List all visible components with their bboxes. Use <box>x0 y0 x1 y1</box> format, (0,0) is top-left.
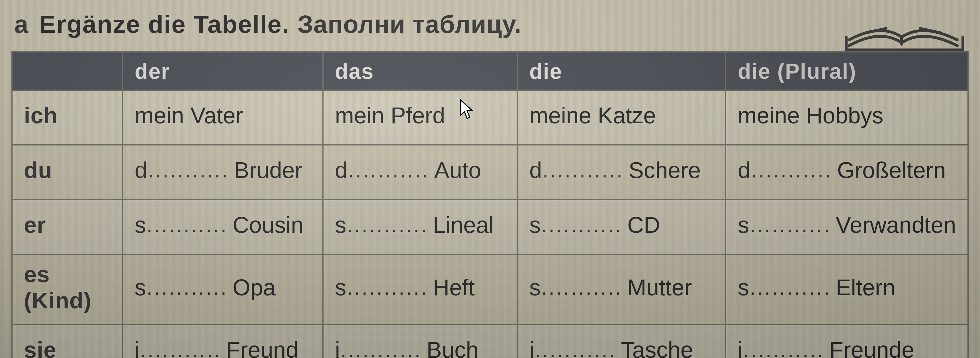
cell-inner: s...........Heft <box>335 275 506 300</box>
leading-letter: d <box>135 157 148 184</box>
filled-text: meine Katze <box>530 102 656 129</box>
noun-text: Verwandten <box>835 212 956 238</box>
filled-text: mein Vater <box>135 102 243 129</box>
row-pronoun: du <box>12 145 123 200</box>
possessive-cell[interactable]: s...........Eltern <box>725 254 968 324</box>
noun-text: Auto <box>434 157 481 184</box>
cell-inner: meine Katze <box>530 102 714 129</box>
leading-letter: s <box>530 212 541 238</box>
blank-dots[interactable]: ........... <box>347 276 428 299</box>
blank-dots[interactable]: ........... <box>749 213 831 237</box>
row-pronoun: er <box>12 200 123 254</box>
leading-letter: s <box>335 275 346 300</box>
blank-dots[interactable]: ........... <box>749 276 831 299</box>
possessive-cell[interactable]: s...........Heft <box>323 254 517 324</box>
noun-text: Mutter <box>627 275 692 300</box>
table-row: ichmein Vatermein Pferdmeine Katzemeine … <box>12 90 968 145</box>
leading-letter: s <box>335 212 346 238</box>
leading-letter: s <box>738 275 749 300</box>
blank-dots[interactable]: ........... <box>348 158 430 182</box>
cell-inner: mein Pferd <box>335 102 506 129</box>
worksheet-page: a Ergänze die Tabelle. Заполни таблицу. … <box>0 0 980 358</box>
leading-letter: d <box>530 157 542 184</box>
noun-text: Freund <box>226 337 299 358</box>
exercise-label: a <box>14 10 28 39</box>
noun-text: Lineal <box>433 212 494 238</box>
leading-letter: i <box>530 337 535 358</box>
blank-dots[interactable]: ........... <box>340 338 422 358</box>
possessive-cell[interactable]: s...........Mutter <box>517 254 726 324</box>
table-row: es (Kind)s...........Opas...........Heft… <box>12 254 968 324</box>
leading-letter: i <box>335 337 340 358</box>
filled-text: meine Hobbys <box>738 102 883 129</box>
noun-text: Schere <box>628 157 701 184</box>
cell-inner: i...........Tasche <box>530 337 714 358</box>
possessive-cell[interactable]: d...........Schere <box>517 145 726 200</box>
cell-inner: d...........Schere <box>530 157 714 184</box>
exercise-title-row: a Ergänze die Tabelle. Заполни таблицу. <box>14 3 872 46</box>
possessive-cell[interactable]: d...........Großeltern <box>725 145 968 200</box>
exercise-title-ru: Заполни таблицу. <box>298 10 521 39</box>
noun-text: Freunde <box>829 337 914 358</box>
cell-inner: s...........CD <box>530 212 714 238</box>
cell-inner: s...........Verwandten <box>738 212 956 238</box>
blank-dots[interactable]: ........... <box>542 158 624 182</box>
cell-inner: s...........Mutter <box>530 275 714 300</box>
possessive-cell[interactable]: s...........Lineal <box>323 200 517 254</box>
blank-dots[interactable]: ........... <box>541 276 623 299</box>
header-corner <box>12 52 123 90</box>
possessive-cell[interactable]: d...........Bruder <box>123 145 323 200</box>
noun-text: CD <box>627 212 660 238</box>
possessive-cell[interactable]: mein Vater <box>123 90 323 145</box>
noun-text: Opa <box>233 275 276 300</box>
cell-inner: s...........Eltern <box>738 275 956 300</box>
noun-text: Eltern <box>835 275 895 300</box>
noun-text: Tasche <box>621 337 693 358</box>
possessive-cell[interactable]: meine Katze <box>517 90 726 145</box>
table-row: dud...........Bruderd...........Autod...… <box>12 145 968 200</box>
cell-inner: d...........Auto <box>335 157 506 184</box>
blank-dots[interactable]: ........... <box>147 213 228 237</box>
possessive-cell[interactable]: mein Pferd <box>323 90 517 145</box>
blank-dots[interactable]: ........... <box>535 338 616 358</box>
blank-dots[interactable]: ........... <box>751 158 832 182</box>
row-pronoun: es (Kind) <box>12 254 123 324</box>
row-pronoun: ich <box>12 90 123 145</box>
possessive-cell[interactable]: i...........Buch <box>323 324 517 358</box>
noun-text: Bruder <box>234 157 302 184</box>
possessive-cell[interactable]: i...........Freunde <box>725 324 968 358</box>
possessive-cell[interactable]: s...........Verwandten <box>725 200 968 254</box>
cell-inner: mein Vater <box>135 102 311 129</box>
possessive-cell[interactable]: i...........Tasche <box>517 324 726 358</box>
leading-letter: s <box>738 212 749 238</box>
header-die-plural: die (Plural) <box>725 52 968 90</box>
possessive-cell[interactable]: meine Hobbys <box>725 90 968 145</box>
possessive-cell[interactable]: i...........Freund <box>123 324 323 358</box>
blank-dots[interactable]: ........... <box>541 213 623 237</box>
possessive-cell[interactable]: s...........Cousin <box>123 200 323 254</box>
filled-text: mein Pferd <box>335 102 445 129</box>
exercise-title-de: Ergänze die Tabelle. <box>39 10 290 39</box>
header-die: die <box>517 52 726 90</box>
blank-dots[interactable]: ........... <box>347 213 428 237</box>
possessive-cell[interactable]: s...........CD <box>517 200 726 254</box>
noun-text: Buch <box>426 337 479 358</box>
noun-text: Heft <box>433 275 475 300</box>
possessive-cell[interactable]: s...........Opa <box>123 254 323 324</box>
cell-inner: i...........Freund <box>135 337 311 358</box>
cell-inner: d...........Bruder <box>135 157 311 184</box>
row-pronoun: sie <box>12 324 123 358</box>
blank-dots[interactable]: ........... <box>140 338 222 358</box>
blank-dots[interactable]: ........... <box>147 276 228 299</box>
blank-dots[interactable]: ........... <box>148 158 229 182</box>
table-row: siei...........Freundi...........Buchi..… <box>12 324 968 358</box>
noun-text: Großeltern <box>837 157 946 184</box>
cell-inner: d...........Großeltern <box>738 157 956 184</box>
leading-letter: d <box>335 157 348 184</box>
possessive-cell[interactable]: d...........Auto <box>323 145 517 200</box>
blank-dots[interactable]: ........... <box>743 338 825 358</box>
open-book-icon <box>838 0 969 57</box>
cell-inner: s...........Lineal <box>335 212 506 238</box>
table-header-row: der das die die (Plural) <box>12 52 968 90</box>
cell-inner: s...........Cousin <box>135 212 311 238</box>
